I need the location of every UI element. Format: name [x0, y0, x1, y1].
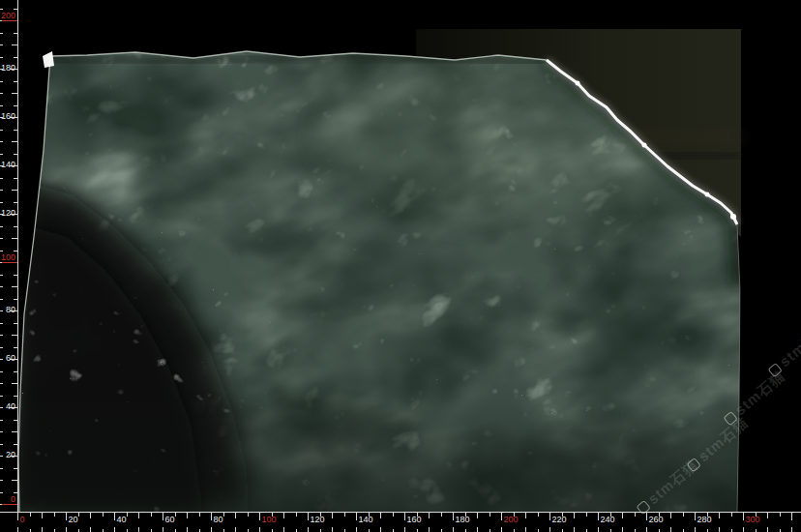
ruler-tick [175, 513, 176, 517]
ruler-tick [0, 420, 3, 421]
ruler-tick [622, 513, 623, 518]
ruler-tick [586, 513, 587, 517]
ruler-tick [332, 513, 333, 518]
ruler-tick [211, 513, 212, 520]
ruler-tick [453, 527, 454, 532]
ruler-label: 120 [311, 516, 325, 524]
ruler-tick [0, 202, 3, 203]
ruler-tick [14, 444, 17, 445]
ruler-tick [14, 57, 17, 58]
ruler-tick [791, 527, 792, 532]
ruler-tick [453, 513, 454, 520]
ruler-tick [0, 286, 3, 287]
ruler-tick [187, 513, 188, 518]
ruler-label: 60 [0, 354, 15, 363]
ruler-tick [0, 299, 3, 300]
ruler-tick [296, 513, 297, 517]
ruler-tick [0, 335, 3, 336]
ruler-tick [127, 513, 128, 517]
ruler-label: 120 [0, 209, 15, 218]
ruler-label: 280 [697, 516, 712, 524]
ruler-tick [0, 154, 3, 155]
ruler-tick [0, 105, 3, 106]
ruler-tick [441, 513, 442, 517]
ruler-tick [14, 396, 17, 397]
ruler-label: 200 [504, 516, 519, 524]
ruler-label: 20 [69, 516, 78, 524]
ruler-tick [0, 190, 3, 191]
ruler-tick [14, 81, 17, 82]
ruler-tick [211, 527, 212, 532]
ruler-label: 300 [746, 516, 760, 524]
ruler-tick [598, 513, 599, 520]
ruler-tick [574, 527, 575, 532]
ruler-tick [549, 513, 550, 520]
ruler-tick [646, 527, 647, 532]
ruler-tick [14, 299, 17, 300]
ruler-tick [114, 513, 115, 520]
ruler-label: 100 [262, 516, 277, 524]
ruler-tick [525, 527, 526, 532]
ruler-tick [14, 105, 17, 106]
ruler-label: 60 [165, 516, 175, 524]
ruler-tick [259, 513, 260, 520]
ruler-tick [0, 383, 3, 384]
ruler-tick [501, 513, 502, 520]
ruler-label: 180 [456, 516, 470, 524]
ruler-tick [2, 20, 17, 21]
ruler-label: 80 [0, 306, 15, 314]
ruler-label: 180 [0, 64, 15, 73]
ruler-label: 220 [552, 516, 567, 524]
ruler-tick [719, 527, 720, 532]
ruler-label: 40 [0, 402, 15, 411]
ruler-label: 40 [117, 516, 127, 524]
ruler-tick [780, 513, 781, 517]
ruler-tick [308, 513, 309, 520]
ruler-tick [0, 396, 3, 397]
ruler-label: 140 [0, 161, 15, 169]
ruler-tick [0, 323, 3, 324]
ruler-tick [490, 513, 490, 517]
ruler-tick [66, 527, 67, 532]
ruler-tick [283, 513, 284, 518]
ruler-tick [12, 238, 17, 239]
ruler-tick [0, 444, 3, 445]
ruler-tick [14, 178, 17, 179]
ruler-tick [695, 527, 696, 532]
ruler-tick [138, 513, 139, 518]
ruler-tick [0, 371, 3, 372]
ruler-tick [0, 468, 3, 469]
ruler-tick [199, 513, 200, 517]
ruler-tick [0, 9, 3, 10]
ruler-tick [54, 513, 55, 517]
ruler-label: 200 [0, 12, 15, 20]
ruler-tick [12, 480, 17, 481]
ruler-tick [0, 57, 3, 58]
ruler-tick [0, 178, 3, 179]
ruler-tick [259, 527, 260, 532]
ruler-tick [695, 513, 696, 520]
ruler-tick [14, 323, 17, 324]
ruler-tick [12, 431, 17, 432]
ruler-tick [248, 513, 249, 517]
ruler-tick [14, 9, 17, 10]
ruler-tick [2, 262, 17, 263]
ruler-tick [344, 513, 345, 517]
ruler-tick [30, 513, 31, 517]
ruler-tick [114, 527, 115, 532]
ruler-label: 140 [359, 516, 373, 524]
ruler-tick [743, 527, 744, 532]
ruler-tick [308, 527, 309, 532]
ruler-tick [549, 527, 550, 532]
ruler-label: 160 [407, 516, 422, 524]
ruler-tick [356, 527, 357, 532]
ruler-tick [683, 513, 684, 517]
ruler-tick [12, 286, 17, 287]
ruler-tick [12, 335, 17, 336]
ruler-tick [538, 513, 539, 517]
ruler-tick [731, 513, 732, 517]
ruler-tick [14, 371, 17, 372]
ruler-tick [719, 513, 720, 518]
ruler-tick [670, 513, 671, 518]
ruler-tick [14, 33, 17, 34]
